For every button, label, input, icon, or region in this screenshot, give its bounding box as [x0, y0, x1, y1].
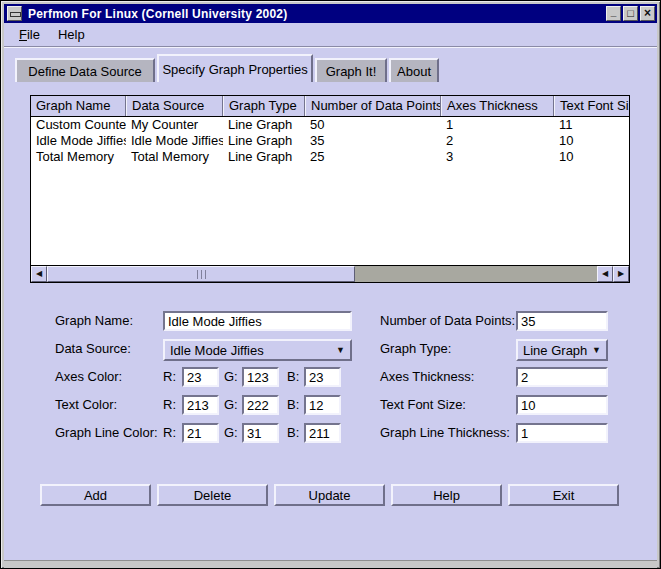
graph-name-label: Graph Name:: [55, 311, 133, 331]
green-label: G:: [224, 395, 238, 415]
exit-button[interactable]: Exit: [508, 484, 619, 506]
axes-thickness-label: Axes Thickness:: [380, 367, 474, 387]
table-cell: Line Graph: [223, 133, 305, 149]
axes-color-label: Axes Color:: [55, 367, 122, 387]
column-header-axes-thickness: Axes Thickness: [441, 96, 554, 116]
window-title: Perfmon For Linux (Cornell University 20…: [28, 7, 287, 21]
number-of-data-points-input[interactable]: [516, 311, 608, 331]
table-body: Custom Counter My Counter Line Graph 50 …: [31, 117, 629, 265]
table-cell: Total Memory: [126, 149, 223, 165]
window-frame-bottom: [4, 560, 657, 568]
graphs-table: Graph Name Data Source Graph Type Number…: [30, 95, 630, 283]
horizontal-scrollbar[interactable]: ◀ ◀ ▶: [31, 265, 629, 282]
text-font-size-label: Text Font Size:: [380, 395, 466, 415]
number-of-data-points-label: Number of Data Points:: [380, 311, 515, 331]
table-cell: Total Memory: [31, 149, 126, 165]
table-cell: Line Graph: [223, 117, 305, 133]
tab-graph-it[interactable]: Graph It!: [315, 58, 387, 82]
graph-line-thickness-input[interactable]: [516, 423, 608, 443]
axes-color-b-input[interactable]: [304, 367, 341, 387]
delete-button[interactable]: Delete: [157, 484, 268, 506]
scroll-left-button[interactable]: ◀: [31, 266, 47, 282]
window-menu-icon[interactable]: [7, 6, 22, 21]
table-cell: Idle Mode Jiffies: [126, 133, 223, 149]
app-surface: File Help Define Data Source Specify Gra…: [4, 23, 657, 560]
scroll-left-button-right-end[interactable]: ◀: [597, 266, 613, 282]
red-label: R:: [163, 367, 176, 387]
minimize-button[interactable]: _: [606, 6, 621, 21]
text-color-g-input[interactable]: [242, 395, 279, 415]
tab-specify-graph-properties[interactable]: Specify Graph Properties: [157, 54, 313, 82]
green-label: G:: [224, 367, 238, 387]
table-cell: 10: [554, 133, 629, 149]
tab-bar: Define Data Source Specify Graph Propert…: [15, 54, 439, 82]
table-row[interactable]: Custom Counter My Counter Line Graph 50 …: [31, 117, 629, 133]
data-source-dropdown[interactable]: Idle Mode Jiffies ▼: [163, 339, 352, 361]
help-button[interactable]: Help: [391, 484, 502, 506]
green-label: G:: [224, 423, 238, 443]
red-label: R:: [163, 395, 176, 415]
table-cell: 35: [305, 133, 441, 149]
table-cell: 1: [441, 117, 554, 133]
close-button[interactable]: ×: [640, 6, 655, 21]
tab-about[interactable]: About: [389, 58, 439, 82]
scroll-right-icon: ▶: [618, 270, 624, 278]
maximize-icon: □: [627, 8, 634, 19]
close-icon: ×: [644, 8, 651, 19]
table-header: Graph Name Data Source Graph Type Number…: [31, 96, 629, 117]
axes-thickness-input[interactable]: [516, 367, 608, 387]
table-cell: 50: [305, 117, 441, 133]
app-window: Perfmon For Linux (Cornell University 20…: [0, 0, 661, 569]
graph-type-label: Graph Type:: [380, 339, 451, 359]
table-cell: Line Graph: [223, 149, 305, 165]
table-cell: 2: [441, 133, 554, 149]
table-cell: 11: [554, 117, 629, 133]
column-header-data-source: Data Source: [126, 96, 223, 116]
graph-line-color-g-input[interactable]: [242, 423, 279, 443]
minimize-icon: _: [611, 6, 617, 17]
axes-color-r-input[interactable]: [182, 367, 219, 387]
text-font-size-input[interactable]: [516, 395, 608, 415]
titlebar-buttons: _ □ ×: [606, 6, 655, 21]
blue-label: B:: [287, 423, 299, 443]
graph-line-color-r-input[interactable]: [182, 423, 219, 443]
scrollbar-thumb[interactable]: [47, 266, 355, 282]
table-cell: Custom Counter: [31, 117, 126, 133]
column-header-graph-type: Graph Type: [223, 96, 305, 116]
menu-item-help[interactable]: Help: [49, 25, 94, 44]
menu-separator: [4, 46, 657, 48]
tab-define-data-source[interactable]: Define Data Source: [15, 58, 155, 82]
graph-line-color-label: Graph Line Color:: [55, 423, 158, 443]
table-row[interactable]: Total Memory Total Memory Line Graph 25 …: [31, 149, 629, 165]
text-color-label: Text Color:: [55, 395, 117, 415]
blue-label: B:: [287, 367, 299, 387]
add-button[interactable]: Add: [40, 484, 151, 506]
text-color-b-input[interactable]: [304, 395, 341, 415]
menu-item-file[interactable]: File: [10, 25, 49, 44]
maximize-button[interactable]: □: [623, 6, 638, 21]
graph-line-thickness-label: Graph Line Thickness:: [380, 423, 510, 443]
table-cell: My Counter: [126, 117, 223, 133]
scroll-left-icon: ◀: [602, 270, 608, 278]
scroll-right-button[interactable]: ▶: [613, 266, 629, 282]
column-header-text-font-size: Text Font Size: [554, 96, 629, 116]
axes-color-g-input[interactable]: [242, 367, 279, 387]
graph-type-value: Line Graph: [523, 343, 587, 358]
update-button[interactable]: Update: [274, 484, 385, 506]
scroll-left-icon: ◀: [36, 270, 42, 278]
data-source-label: Data Source:: [55, 339, 131, 359]
table-cell: 3: [441, 149, 554, 165]
table-row[interactable]: Idle Mode Jiffies Idle Mode Jiffies Line…: [31, 133, 629, 149]
chevron-down-icon: ▼: [592, 346, 601, 355]
text-color-r-input[interactable]: [182, 395, 219, 415]
graph-line-color-b-input[interactable]: [304, 423, 341, 443]
chevron-down-icon: ▼: [336, 346, 345, 355]
menubar: File Help: [4, 23, 657, 46]
column-header-graph-name: Graph Name: [31, 96, 126, 116]
titlebar[interactable]: Perfmon For Linux (Cornell University 20…: [4, 4, 657, 23]
graph-name-input[interactable]: [163, 311, 352, 331]
graph-type-dropdown[interactable]: Line Graph ▼: [516, 339, 608, 361]
table-cell: 10: [554, 149, 629, 165]
column-header-number-of-data-points: Number of Data Points: [305, 96, 441, 116]
red-label: R:: [163, 423, 176, 443]
